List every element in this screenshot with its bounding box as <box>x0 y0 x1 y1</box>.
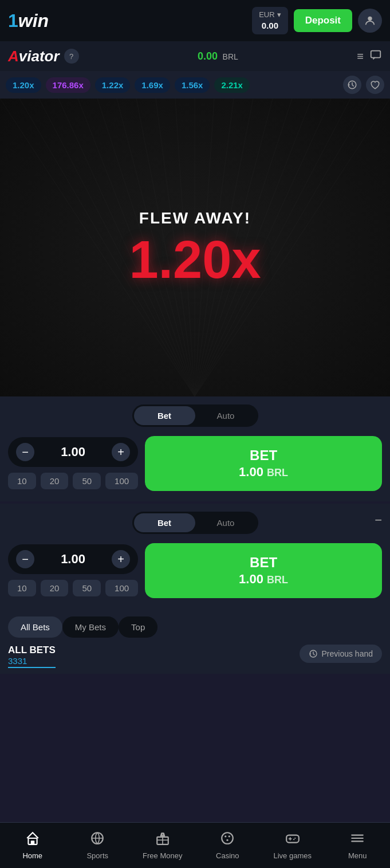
bet-amount-value-2: 1.00 <box>40 552 106 567</box>
bets-tabs: All Bets My Bets Top <box>8 616 382 638</box>
decrement-button-1[interactable]: − <box>16 443 34 461</box>
bet-tab-bet-2[interactable]: Bet <box>134 513 195 532</box>
history-icon <box>347 80 357 90</box>
mult-badge-3[interactable]: 1.69x <box>135 77 170 93</box>
quick-btn-10-2[interactable]: 10 <box>8 580 36 596</box>
heart-icon <box>370 80 380 90</box>
gift-icon <box>155 831 170 849</box>
quick-btn-10-1[interactable]: 10 <box>8 473 36 489</box>
bet-button-amount-display-1: 1.00 BRL <box>151 464 376 481</box>
header-balance: 0.00 <box>262 20 278 32</box>
svg-point-30 <box>222 832 234 844</box>
nav-label-menu: Menu <box>348 851 367 860</box>
decrement-button-2[interactable]: − <box>16 550 34 568</box>
all-bets-header: ALL BETS 3331 Previous hand <box>8 645 382 674</box>
game-title: Aviator <box>8 48 60 65</box>
currency-chevron: ▾ <box>277 10 281 20</box>
nav-item-live-games[interactable]: Live games <box>260 826 325 865</box>
quick-btn-100-2[interactable]: 100 <box>105 580 138 596</box>
history-small-icon <box>309 649 318 658</box>
bets-tab-all[interactable]: All Bets <box>8 616 62 638</box>
all-bets-title: ALL BETS <box>8 645 56 656</box>
multiplier-bar: 1.20x 176.86x 1.22x 1.69x 1.56x 2.21x <box>0 71 390 99</box>
svg-rect-34 <box>286 835 299 843</box>
previous-hand-label: Previous hand <box>321 649 373 658</box>
user-avatar-button[interactable] <box>358 9 382 33</box>
app-header: 1win EUR ▾ 0.00 Deposit <box>0 0 390 41</box>
mult-bar-actions <box>343 76 384 94</box>
home-icon <box>25 831 40 849</box>
increment-button-1[interactable]: + <box>112 443 130 461</box>
nav-item-menu[interactable]: Menu <box>325 826 391 865</box>
nav-item-free-money[interactable]: Free Money <box>130 826 195 865</box>
panel-collapse-button[interactable]: − <box>375 513 382 528</box>
svg-point-0 <box>368 17 372 21</box>
nav-item-sports[interactable]: Sports <box>65 826 131 865</box>
nav-label-sports: Sports <box>86 851 108 860</box>
nav-spacer <box>0 674 390 720</box>
user-icon <box>364 14 376 27</box>
bet-button-label-1: BET <box>151 446 376 464</box>
favorite-button[interactable] <box>366 76 384 94</box>
game-balance-display: 0.00 BRL <box>198 50 238 62</box>
nav-label-live-games: Live games <box>274 851 312 860</box>
bets-tab-my[interactable]: My Bets <box>62 616 119 638</box>
all-bets-title-group: ALL BETS 3331 <box>8 645 56 668</box>
game-currency: BRL <box>223 52 238 61</box>
mult-badge-2[interactable]: 1.22x <box>95 77 131 93</box>
aviator-logo: Aviator ? <box>8 48 79 65</box>
deposit-button[interactable]: Deposit <box>294 9 352 32</box>
svg-rect-29 <box>161 835 165 837</box>
game-balance: 0.00 <box>198 50 218 62</box>
amount-control-2: − 1.00 + <box>8 544 138 574</box>
svg-point-36 <box>293 839 294 840</box>
quick-btn-50-1[interactable]: 50 <box>73 473 101 489</box>
game-header-icons: ≡ <box>357 49 382 64</box>
help-button[interactable]: ? <box>64 49 79 64</box>
bet-amount-value-1: 1.00 <box>40 445 106 459</box>
bet-button-2[interactable]: BET 1.00 BRL <box>145 543 382 598</box>
mult-badge-0[interactable]: 1.20x <box>6 77 41 93</box>
bet-button-1[interactable]: BET 1.00 BRL <box>145 436 382 491</box>
previous-hand-button[interactable]: Previous hand <box>300 645 382 663</box>
all-bets-section: All Bets My Bets Top ALL BETS 3331 Previ… <box>0 608 390 674</box>
bet-tab-auto-2[interactable]: Auto <box>195 513 257 532</box>
casino-icon <box>220 831 235 849</box>
amount-control-1: − 1.00 + <box>8 437 138 467</box>
bet-tabs-2: Bet Auto <box>132 512 258 534</box>
chat-icon <box>369 49 382 61</box>
mult-badge-4[interactable]: 1.56x <box>175 77 210 93</box>
bottom-nav: Home Sports Free Money <box>0 822 390 868</box>
app-logo: 1win <box>8 10 49 32</box>
quick-btn-50-2[interactable]: 50 <box>73 580 101 596</box>
svg-point-35 <box>294 838 296 839</box>
quick-btn-20-2[interactable]: 20 <box>41 580 69 596</box>
mult-badge-5[interactable]: 2.21x <box>214 77 250 93</box>
quick-btn-100-1[interactable]: 100 <box>105 473 138 489</box>
bet-button-amount-2: 1.00 <box>239 572 263 586</box>
nav-item-casino[interactable]: Casino <box>195 826 261 865</box>
bet-button-currency-2: BRL <box>267 574 288 586</box>
bet-tab-auto-1[interactable]: Auto <box>195 406 257 425</box>
currency-box[interactable]: EUR ▾ 0.00 <box>252 7 287 34</box>
all-bets-count: 3331 <box>8 656 56 668</box>
bet-left-2: − 1.00 + 10 20 50 100 <box>8 544 138 596</box>
quick-btn-20-1[interactable]: 20 <box>41 473 69 489</box>
svg-point-33 <box>227 839 229 841</box>
bet-tabs-1: Bet Auto <box>132 404 258 427</box>
mult-badge-1[interactable]: 176.86x <box>46 77 90 93</box>
increment-button-2[interactable]: + <box>112 550 130 568</box>
bet-tab-bet-1[interactable]: Bet <box>134 406 195 425</box>
history-button[interactable] <box>343 76 361 94</box>
bets-tab-top[interactable]: Top <box>119 616 157 638</box>
svg-rect-1 <box>371 50 381 57</box>
nav-label-home: Home <box>22 851 42 860</box>
bet-panel-1: Bet Auto − 1.00 + 10 20 50 100 BET 1.00 … <box>0 396 390 501</box>
game-chat-button[interactable] <box>369 49 382 64</box>
bet-panel-2: Bet Auto − − 1.00 + 10 20 50 100 BET 1.0… <box>0 504 390 608</box>
game-result-container: FLEW AWAY! 1.20x <box>129 209 261 286</box>
bet-row-2: − 1.00 + 10 20 50 100 BET 1.00 BRL <box>8 543 382 598</box>
game-menu-button[interactable]: ≡ <box>357 49 364 64</box>
nav-item-home[interactable]: Home <box>0 826 65 865</box>
bet-left-1: − 1.00 + 10 20 50 100 <box>8 437 138 489</box>
